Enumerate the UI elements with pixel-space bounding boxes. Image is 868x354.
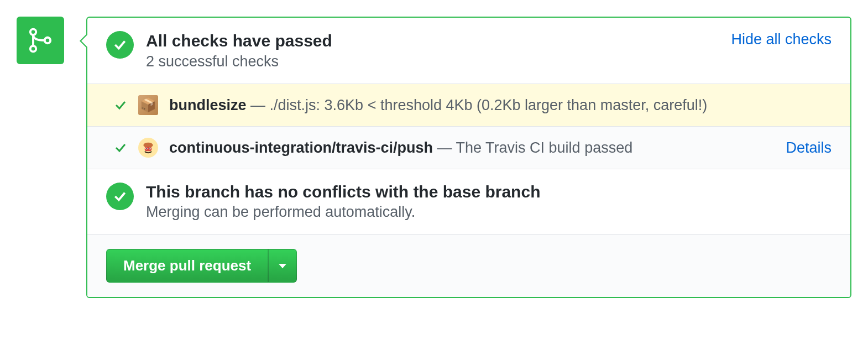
merge-status-subtitle: Merging can be performed automatically. [146,204,832,221]
checks-subtitle: 2 successful checks [146,53,719,70]
success-check-icon [106,183,134,210]
check-name: continuous-integration/travis-ci/push [169,139,433,156]
check-description: ./dist.js: 3.6Kb < threshold 4Kb (0.2Kb … [270,97,708,113]
check-row-travis: continuous-integration/travis-ci/push — … [87,127,850,169]
check-pass-icon [114,141,127,154]
package-icon: 📦 [138,95,158,115]
merge-status-title: This branch has no conflicts with the ba… [146,183,832,201]
check-description: The Travis CI build passed [456,139,633,156]
checks-header: All checks have passed 2 successful chec… [87,18,850,84]
svg-point-7 [146,148,147,149]
merge-options-dropdown[interactable] [268,249,297,283]
check-name: bundlesize [169,97,247,113]
merge-badge-icon [17,17,64,64]
hide-all-checks-link[interactable]: Hide all checks [731,31,832,48]
svg-point-1 [30,46,36,51]
merge-actions: Merge pull request [87,234,850,297]
check-pass-icon [114,98,127,112]
check-details-link[interactable]: Details [786,139,832,157]
svg-point-2 [45,38,50,43]
merge-status-section: This branch has no conflicts with the ba… [87,169,850,234]
merge-panel: All checks have passed 2 successful chec… [86,17,851,298]
travis-icon [138,138,158,158]
caret-down-icon [279,264,286,268]
checks-title: All checks have passed [146,31,719,51]
svg-point-8 [149,148,150,149]
check-text: bundlesize — ./dist.js: 3.6Kb < threshol… [169,97,832,114]
check-text: continuous-integration/travis-ci/push — … [169,139,775,157]
svg-point-0 [30,29,36,35]
merge-pull-request-button[interactable]: Merge pull request [106,249,268,283]
success-check-icon [106,31,134,59]
check-row-bundlesize: 📦 bundlesize — ./dist.js: 3.6Kb < thresh… [87,84,850,127]
